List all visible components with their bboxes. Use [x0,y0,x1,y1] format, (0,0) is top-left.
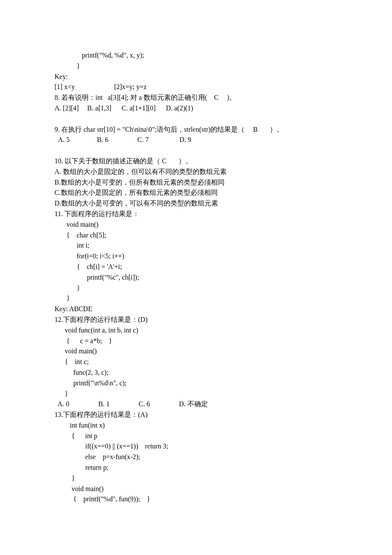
code-line: } [55,295,70,302]
question-10-option-c: C.数组的大小是固定的，所有数组元素的类型必须相同 [55,189,218,196]
code-line: { printf("%d", fun(9)); } [55,495,150,503]
code-line: { char ch[5]; [55,231,106,239]
question-11: 11. 下面程序的运行结果是： [55,210,139,217]
question-10-option-a: A. 数组的大小是固定的，但可以有不同的类型的数组元素 [55,168,227,175]
code-line: void main() [55,221,98,228]
code-line: } [55,284,80,292]
code-line: func(2, 3, c); [55,369,109,376]
code-line: } [55,390,68,397]
question-10: 10. 以下关于数组的描述正确的是（ C ）。 [55,157,192,165]
question-13: 13.下面程序的运行结果是：(A) [55,411,147,418]
code-line: void main() [55,347,97,355]
key-answer: Key: ABCDE [55,305,92,312]
code-line: { c = a*b; } [55,337,112,344]
question-8-options: A. [2][4] B. a[1,3] C. a[1+1][0] D. a(2)… [55,104,193,112]
code-line: printf("\n%d\n", c); [55,379,127,387]
question-10-option-b: B.数组的大小是可变的，但所有数组元素的类型必须相同 [55,179,225,186]
code-line: { int p [55,432,98,439]
code-line: printf("%d, %d", x, y); [55,52,144,59]
code-line: } [55,474,75,482]
key-answer: [1] x<y [2]x=y; y=z [55,83,147,90]
code-line: { ch[i] = 'A'+i; [55,263,122,270]
question-10-option-d: D.数组的大小是可变的，可以有不同的类型的数组元素 [55,199,218,207]
key-label: Key: [55,73,68,80]
question-9: 9. 在执行 char str[10] = "Ch\nina\0";语句后，st… [55,126,283,133]
code-line: for(i=0; i<5; i++) [55,252,124,260]
code-line: return p; [55,464,109,471]
question-8: 8. 若有说明：int a[3][4]; 对 a 数组元素的正确引用( C )。 [55,94,236,101]
code-line: } [55,62,80,69]
question-9-options: A. 5 B. 6 C. 7 D. 9 [55,136,191,143]
code-line: if((x==0) || (x==1)) return 3; [55,442,168,450]
code-line: else p=x-fun(x-2); [55,453,140,460]
code-line: printf("%c", ch[i]); [55,274,139,281]
code-line: { int c; [55,358,89,365]
question-12: 12.下面程序的运行结果是：(D) [55,316,147,323]
code-line: void main() [55,485,104,492]
code-line: int i; [55,242,89,249]
document-page: printf("%d, %d", x, y); } Key: [1] x<y [… [0,0,392,555]
code-line: void func(int a, int b, int c) [55,327,138,334]
question-12-options: A. 0 B. 1 C. 6 D. 不确定 [55,400,208,408]
code-line: int fun(int x) [55,422,105,429]
